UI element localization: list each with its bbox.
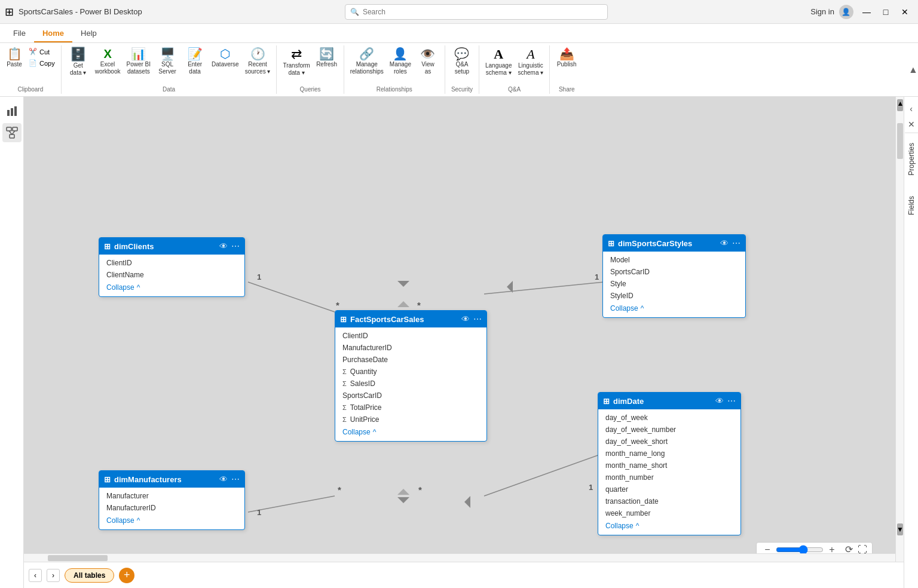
- add-tab-button[interactable]: +: [119, 568, 134, 583]
- scrollbar-up-arrow[interactable]: ▲: [897, 99, 903, 111]
- fields-tab[interactable]: Fields: [905, 186, 918, 225]
- sigma-icon: Σ: [342, 404, 347, 411]
- report-view-icon[interactable]: [2, 102, 22, 121]
- dimClients-eye-icon[interactable]: 👁: [219, 241, 228, 251]
- manage-relationships-button[interactable]: 🔗 Managerelationships: [348, 47, 386, 76]
- tab-home[interactable]: Home: [34, 25, 72, 42]
- qa-setup-button[interactable]: 💬 Q&Asetup: [449, 47, 475, 76]
- dataverse-button[interactable]: ⬡ Dataverse: [209, 47, 241, 69]
- qa-label: Q&A: [483, 85, 546, 94]
- scrollbar-down-arrow[interactable]: ▼: [897, 523, 903, 535]
- manage-rel-icon: 🔗: [359, 48, 374, 60]
- model-view-icon[interactable]: [2, 123, 22, 142]
- close-right-button[interactable]: ✕: [905, 117, 917, 131]
- left-sidebar: [0, 97, 24, 588]
- clipboard-label: Clipboard: [4, 85, 57, 94]
- horizontal-scrollbar-thumb[interactable]: [48, 555, 108, 561]
- date-monthnamelong-row: month_name_long: [598, 448, 740, 460]
- tab-help[interactable]: Help: [72, 25, 105, 42]
- fact-collapse[interactable]: Collapse ^: [335, 425, 486, 439]
- paste-icon: 📋: [7, 48, 22, 60]
- styles-eye-icon[interactable]: 👁: [720, 238, 729, 248]
- relationships-buttons: 🔗 Managerelationships 👤 Manageroles 👁️ V…: [348, 45, 441, 85]
- dimManufacturers-table: ⊞ dimManufacturers 👁 ⋯ Manufacturer Manu…: [99, 470, 245, 530]
- prev-tab-button[interactable]: ‹: [29, 569, 42, 582]
- dimDate-header: ⊞ dimDate 👁 ⋯: [598, 393, 740, 409]
- date-more-icon[interactable]: ⋯: [727, 396, 736, 406]
- fact-more-icon[interactable]: ⋯: [473, 314, 482, 324]
- svg-rect-5: [10, 134, 14, 138]
- enter-data-icon: 📝: [188, 48, 203, 60]
- manage-roles-icon: 👤: [393, 48, 408, 60]
- dimSportsCarStyles-body: Model SportsCarID Style StyleID Collapse…: [603, 252, 745, 317]
- cut-button[interactable]: ✂️ Cut: [26, 47, 57, 57]
- view-as-button[interactable]: 👁️ Viewas: [415, 47, 441, 76]
- horizontal-scrollbar[interactable]: [24, 553, 895, 562]
- recent-sources-button[interactable]: 🕐 Recentsources ▾: [243, 47, 273, 76]
- FactSportsCarSales-table: ⊞ FactSportsCarSales 👁 ⋯ ClientID Manufa…: [335, 310, 487, 442]
- collapse-right-button[interactable]: ‹: [907, 102, 915, 116]
- copy-button[interactable]: 📄 Copy: [26, 58, 57, 68]
- svg-line-10: [248, 496, 335, 512]
- fact-collapse-label: Collapse: [342, 428, 371, 436]
- dimSportsCarStyles-table: ⊞ dimSportsCarStyles 👁 ⋯ Model SportsCar…: [602, 234, 746, 318]
- close-button[interactable]: ✕: [896, 4, 913, 20]
- maximize-button[interactable]: □: [877, 4, 894, 20]
- all-tables-tab[interactable]: All tables: [65, 568, 114, 583]
- sign-in-text[interactable]: Sign in: [810, 7, 834, 16]
- power-bi-datasets-button[interactable]: 📊 Power BIdatasets: [124, 47, 154, 76]
- mfr-collapse[interactable]: Collapse ^: [99, 514, 244, 527]
- ribbon-scroll-right[interactable]: ▲: [908, 45, 918, 94]
- ribbon-group-relationships: 🔗 Managerelationships 👤 Manageroles 👁️ V…: [344, 45, 445, 94]
- date-eye-icon[interactable]: 👁: [715, 396, 724, 406]
- search-input[interactable]: [363, 8, 602, 16]
- enter-data-button[interactable]: 📝 Enterdata: [182, 47, 208, 76]
- get-data-button[interactable]: 🗄️ Getdata ▾: [65, 47, 91, 78]
- mfr-more-icon[interactable]: ⋯: [231, 474, 240, 484]
- search-box[interactable]: 🔍: [345, 4, 608, 20]
- date-dayofweek-row: day_of_week: [598, 412, 740, 424]
- mfr-eye-icon[interactable]: 👁: [219, 474, 228, 484]
- styles-styleid-row: StyleID: [603, 290, 745, 302]
- queries-buttons: ⇄ Transformdata ▾ 🔄 Refresh: [280, 45, 339, 85]
- linguistic-schema-button[interactable]: A Linguisticschema ▾: [515, 47, 546, 78]
- excel-workbook-button[interactable]: X Excelworkbook: [93, 47, 123, 76]
- svg-text:*: *: [417, 300, 421, 310]
- language-schema-button[interactable]: A Languageschema ▾: [483, 47, 515, 78]
- fact-eye-icon[interactable]: 👁: [461, 314, 470, 324]
- paste-button[interactable]: 📋 Paste: [4, 47, 25, 69]
- data-label: Data: [65, 85, 273, 94]
- dimManufacturers-body: Manufacturer ManufacturerID Collapse ^: [99, 488, 244, 529]
- sigma-icon: Σ: [342, 380, 347, 387]
- fields-label: Fields: [907, 196, 916, 215]
- styles-table-icon: ⊞: [608, 239, 614, 248]
- user-avatar[interactable]: 👤: [839, 5, 853, 19]
- manage-roles-button[interactable]: 👤 Manageroles: [387, 47, 414, 76]
- styles-collapse[interactable]: Collapse ^: [603, 302, 745, 315]
- clipboard-buttons: 📋 Paste ✂️ Cut 📄 Copy: [4, 45, 57, 85]
- bottom-bar: ‹ › All tables +: [24, 562, 904, 588]
- styles-more-icon[interactable]: ⋯: [732, 238, 740, 248]
- svg-line-9: [484, 282, 604, 294]
- refresh-button[interactable]: 🔄 Refresh: [314, 47, 340, 69]
- vertical-scrollbar[interactable]: ▲ ▼: [895, 97, 904, 562]
- minimize-button[interactable]: —: [858, 4, 875, 20]
- dimClients-collapse[interactable]: Collapse ^: [99, 281, 244, 294]
- collapse-chevron-icon: ^: [641, 304, 644, 313]
- tab-file[interactable]: File: [5, 25, 34, 42]
- qa-setup-icon: 💬: [454, 48, 469, 60]
- canvas-area: 1 * * 1 1 * * 1: [24, 97, 904, 588]
- dimClients-more-icon[interactable]: ⋯: [231, 241, 240, 251]
- fact-clientid-row: ClientID: [335, 330, 486, 342]
- sql-server-button[interactable]: 🖥️ SQLServer: [154, 47, 180, 76]
- publish-button[interactable]: 📤 Publish: [553, 47, 580, 69]
- dimDate-table: ⊞ dimDate 👁 ⋯ day_of_week day_of_week_nu…: [598, 392, 741, 535]
- dimManufacturers-header: ⊞ dimManufacturers 👁 ⋯: [99, 471, 244, 488]
- properties-tab[interactable]: Properties: [905, 133, 918, 185]
- date-collapse[interactable]: Collapse ^: [598, 519, 740, 532]
- transform-data-button[interactable]: ⇄ Transformdata ▾: [280, 47, 312, 78]
- next-tab-button[interactable]: ›: [47, 569, 60, 582]
- relationships-label: Relationships: [348, 85, 441, 94]
- window-title: SportsCarSales - Power BI Desktop: [19, 7, 142, 16]
- scrollbar-thumb[interactable]: [897, 123, 903, 159]
